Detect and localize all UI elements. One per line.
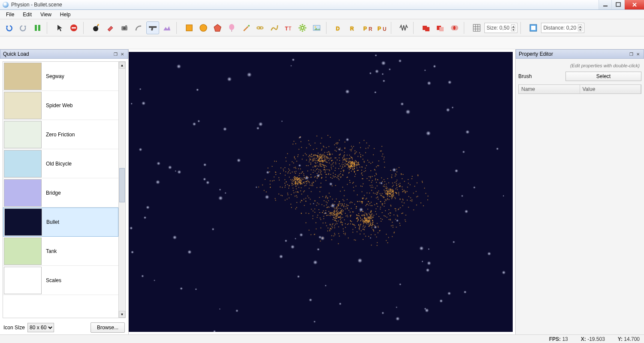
quick-load-item-label: Bullet (43, 219, 59, 225)
window-title: Physion - Bullet.scene (11, 2, 599, 8)
balloon-tool[interactable] (225, 21, 238, 34)
distance-down[interactable]: ▼ (578, 28, 582, 31)
window-controls (599, 0, 644, 9)
rope-tool[interactable] (268, 21, 281, 34)
letter-pu-tool[interactable]: PU (375, 21, 388, 34)
svg-rect-11 (125, 25, 127, 27)
brush-select-button[interactable]: Select (565, 72, 641, 81)
svg-text:D: D (336, 26, 340, 32)
letter-pr-tool[interactable]: PR (361, 21, 374, 34)
quick-load-item-label: Old Bicycle (42, 161, 72, 167)
size-field[interactable]: Size: 0,50 ▲▼ (484, 23, 517, 33)
distance-field[interactable]: Distance: 0,20 ▲▼ (541, 23, 584, 33)
property-table: Name Value (518, 84, 641, 94)
letter-r-tool[interactable]: R (347, 21, 360, 34)
play-pause-button[interactable] (31, 21, 44, 34)
svg-rect-5 (72, 27, 76, 28)
scene-thumbnail (4, 121, 42, 148)
menu-file[interactable]: File (2, 11, 18, 18)
scene-viewport[interactable] (129, 52, 513, 332)
image-tool[interactable] (310, 21, 323, 34)
svg-rect-44 (473, 24, 480, 31)
quick-load-item[interactable]: Bullet (3, 208, 118, 237)
bomb-tool[interactable] (90, 21, 103, 34)
toolbar-spacer (0, 36, 644, 49)
quick-load-item[interactable]: Segway (3, 62, 118, 91)
delete-tool[interactable] (67, 21, 80, 34)
gun-tool[interactable] (146, 21, 159, 34)
camera-tool[interactable] (118, 21, 131, 34)
menu-view[interactable]: View (36, 11, 56, 18)
size-up[interactable]: ▲ (511, 24, 515, 28)
scroll-thumb[interactable] (119, 168, 125, 202)
quick-load-item[interactable]: Spider Web (3, 91, 118, 120)
svg-rect-3 (38, 25, 40, 31)
scroll-up-icon[interactable]: ▲ (119, 62, 125, 69)
property-editor-close-icon[interactable]: ✕ (635, 51, 641, 57)
scene-thumbnail (4, 150, 42, 178)
property-editor-title: Property Editor (519, 51, 553, 57)
circle-tool[interactable] (197, 21, 210, 34)
terrain-tool[interactable] (160, 21, 173, 34)
svg-point-10 (123, 27, 126, 30)
scene-thumbnail (4, 179, 42, 207)
chain-tool[interactable] (254, 21, 266, 34)
toolbar: TT D R PR PU Size: 0,50 ▲▼ Distance: 0,2… (0, 19, 644, 36)
status-x: X: -19.503 (581, 336, 605, 342)
undo-button[interactable] (3, 21, 15, 34)
svg-rect-0 (603, 6, 608, 6)
property-editor-dock-icon[interactable]: ❐ (628, 51, 634, 57)
quick-load-item[interactable]: Zero Friction (3, 120, 118, 149)
maximize-button[interactable] (611, 0, 624, 9)
scene-thumbnail (4, 63, 42, 90)
gear-tool[interactable] (296, 21, 309, 34)
quick-load-item[interactable]: Bridge (3, 178, 118, 208)
property-editor-panel: Property Editor ❐ ✕ (Edit properties wit… (515, 49, 644, 334)
redo-button[interactable] (17, 21, 30, 34)
union-tool[interactable] (420, 21, 432, 34)
snap-toggle[interactable] (527, 21, 540, 34)
subtract-tool[interactable] (434, 21, 447, 34)
svg-rect-2 (35, 25, 37, 31)
property-editor-hint: (Edit properties with double-click) (518, 61, 641, 72)
arc-tool[interactable] (132, 21, 145, 34)
quick-load-item[interactable]: Tank (3, 237, 118, 266)
svg-text:T: T (288, 26, 292, 32)
intersect-tool[interactable] (448, 21, 461, 34)
scroll-down-icon[interactable]: ▼ (119, 311, 125, 318)
icon-size-label: Icon SIze (3, 325, 25, 331)
quick-load-close-icon[interactable]: ✕ (119, 51, 125, 57)
quick-load-item[interactable]: Scales (3, 266, 118, 295)
close-button[interactable] (624, 0, 644, 9)
browse-button[interactable]: Browse... (91, 322, 125, 333)
rectangle-tool[interactable] (183, 21, 196, 34)
quick-load-scrollbar[interactable]: ▲ ▼ (118, 62, 125, 318)
brush-tool[interactable] (239, 21, 252, 34)
pointer-tool[interactable] (53, 21, 66, 34)
svg-point-29 (302, 27, 303, 29)
menu-help[interactable]: Help (56, 11, 75, 18)
main-area: Quick Load ❐ ✕ SegwaySpider WebZero Fric… (0, 49, 644, 334)
quick-load-item[interactable]: Old Bicycle (3, 149, 118, 178)
grid-toggle[interactable] (470, 21, 483, 34)
icon-size-select[interactable]: 80 x 60 (27, 323, 54, 332)
spring-tool[interactable] (397, 21, 410, 34)
svg-text:R: R (369, 26, 372, 32)
titlebar: Physion - Bullet.scene (0, 0, 644, 10)
column-value: Value (580, 85, 641, 93)
text-tool[interactable]: TT (282, 21, 295, 34)
menu-edit[interactable]: Edit (18, 11, 36, 18)
svg-point-13 (200, 24, 207, 31)
size-down[interactable]: ▼ (511, 28, 515, 31)
scene-thumbnail (4, 92, 42, 119)
svg-text:T: T (285, 26, 288, 32)
scene-thumbnail (4, 267, 42, 294)
letter-d-tool[interactable]: D (333, 21, 345, 34)
eraser-tool[interactable] (104, 21, 117, 34)
polygon-tool[interactable] (211, 21, 224, 34)
status-y: Y: 14.700 (618, 336, 640, 342)
svg-text:R: R (350, 26, 354, 32)
quick-load-dock-icon[interactable]: ❐ (112, 51, 118, 57)
minimize-button[interactable] (599, 0, 611, 9)
distance-up[interactable]: ▲ (578, 24, 582, 28)
